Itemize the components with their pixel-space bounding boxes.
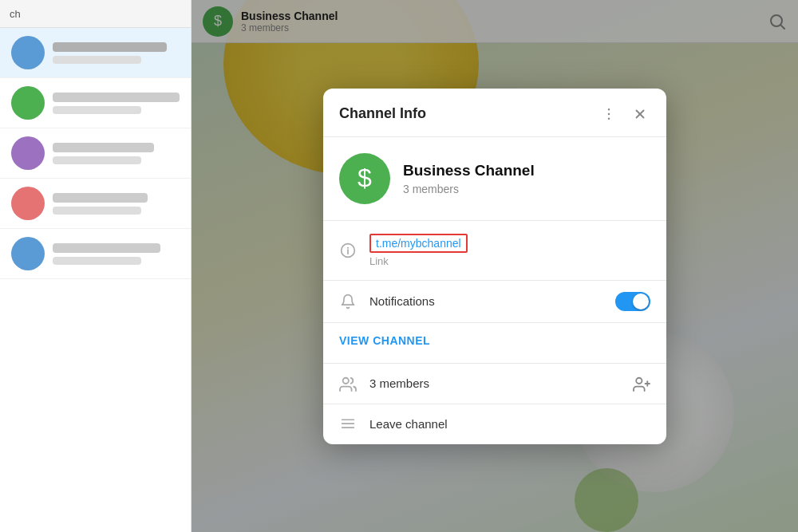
sidebar-item-message <box>53 106 141 114</box>
avatar <box>11 86 45 120</box>
sidebar-item-name <box>53 243 160 253</box>
notifications-toggle[interactable] <box>615 292 650 311</box>
members-icon <box>339 375 357 392</box>
link-label: Link <box>369 255 650 267</box>
search-input[interactable] <box>10 8 181 20</box>
sidebar-item[interactable] <box>0 179 191 229</box>
sidebar-item[interactable] <box>0 128 191 179</box>
link-content: t.me/mybchannel Link <box>369 234 650 267</box>
channel-avatar: $ <box>339 153 390 204</box>
svg-point-3 <box>608 112 610 115</box>
bell-icon <box>339 293 357 310</box>
svg-point-4 <box>608 117 610 120</box>
sidebar-item-name <box>53 143 154 152</box>
list-icon <box>339 416 357 433</box>
link-section: t.me/mybchannel Link <box>323 221 666 281</box>
sidebar-item-text <box>53 93 180 114</box>
info-icon <box>339 242 357 259</box>
sidebar-item-text <box>53 193 180 215</box>
more-options-button[interactable] <box>598 104 620 124</box>
svg-point-10 <box>343 377 349 383</box>
sidebar-item-message <box>53 56 141 64</box>
sidebar-item-text <box>53 143 180 164</box>
sidebar-item-text <box>53 42 180 64</box>
notifications-label: Notifications <box>369 294 602 308</box>
modal-title: Channel Info <box>339 105 426 122</box>
avatar <box>11 187 45 220</box>
modal-header-actions <box>598 104 650 124</box>
sidebar-item-message <box>53 207 141 215</box>
members-section: 3 members <box>323 364 666 404</box>
channel-members-count: 3 members <box>403 183 535 195</box>
channel-info-modal: Channel Info <box>323 89 666 444</box>
notifications-section: Notifications <box>323 281 666 323</box>
close-button[interactable] <box>630 105 650 123</box>
sidebar-item[interactable] <box>0 28 191 78</box>
channel-avatar-symbol: $ <box>358 164 372 193</box>
sidebar-item-message <box>53 156 141 164</box>
channel-name: Business Channel <box>403 162 535 179</box>
view-channel-button[interactable]: VIEW CHANNEL <box>339 331 430 350</box>
svg-point-11 <box>636 377 642 383</box>
modal-overlay: Channel Info <box>192 0 798 532</box>
channel-details: Business Channel 3 members <box>403 162 535 195</box>
sidebar-item-name <box>53 93 180 102</box>
svg-point-2 <box>608 108 610 110</box>
sidebar-item-name <box>53 193 148 203</box>
sidebar-item[interactable] <box>0 229 191 279</box>
sidebar-item[interactable] <box>0 78 191 128</box>
modal-header: Channel Info <box>323 89 666 137</box>
channel-info-section: $ Business Channel 3 members <box>323 137 666 221</box>
toggle-knob <box>633 294 649 309</box>
view-channel-section: VIEW CHANNEL <box>323 323 666 364</box>
app-background: $ Business Channel 3 members Channel Inf… <box>0 0 798 532</box>
sidebar <box>0 0 192 532</box>
sidebar-item-name <box>53 42 167 52</box>
avatar <box>11 136 45 170</box>
avatar <box>11 237 45 270</box>
leave-channel-label: Leave channel <box>369 417 448 431</box>
avatar <box>11 36 45 69</box>
sidebar-item-message <box>53 257 141 265</box>
sidebar-search-bar[interactable] <box>0 0 191 28</box>
add-member-button[interactable] <box>633 376 650 392</box>
leave-channel-section[interactable]: Leave channel <box>323 404 666 444</box>
sidebar-item-text <box>53 243 180 265</box>
chat-area: $ Business Channel 3 members Channel Inf… <box>192 0 798 532</box>
channel-link[interactable]: t.me/mybchannel <box>369 234 468 253</box>
members-count-label: 3 members <box>369 376 620 390</box>
